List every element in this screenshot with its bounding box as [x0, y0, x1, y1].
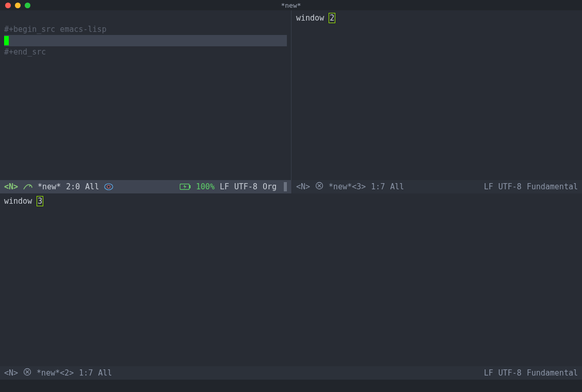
window-bottom[interactable]: window 3 [0, 193, 582, 366]
inactive-cursor: 3 [37, 196, 43, 206]
modeline-top-right[interactable]: <N> *new*<3> 1:7 All LF UTF-8 Fundamenta… [292, 180, 582, 193]
save-indicator-icon [23, 368, 31, 378]
scroll-percent: All [85, 182, 99, 191]
traffic-lights [5, 3, 30, 8]
encoding-indicator[interactable]: UTF-8 [234, 182, 258, 191]
close-window-button[interactable] [5, 3, 11, 8]
window-divider-vertical[interactable] [291, 10, 292, 193]
inactive-cursor: 2 [329, 13, 335, 23]
save-indicator-icon [315, 182, 323, 192]
point-cursor [4, 36, 9, 45]
encoding-indicator[interactable]: UTF-8 [499, 182, 522, 191]
cursor-position: 1:7 [371, 182, 385, 191]
battery-percent: 100% [196, 182, 215, 191]
cursor-position: 1:7 [79, 368, 93, 378]
major-mode[interactable]: Org [263, 182, 277, 191]
minibuffer[interactable] [0, 380, 582, 392]
modified-indicator-icon [23, 183, 32, 190]
current-line-highlight [4, 35, 287, 46]
buffer-line: window [296, 13, 329, 23]
buffer-name[interactable]: *new*<3> [329, 182, 366, 191]
major-mode[interactable]: Fundamental [527, 182, 578, 191]
buffer-text[interactable]: window 2 [292, 10, 582, 180]
scroll-percent: All [98, 368, 112, 378]
buffer-line: window [4, 197, 37, 206]
evil-state-indicator: <N> [4, 368, 18, 378]
eol-indicator[interactable]: LF [484, 182, 493, 191]
eol-indicator[interactable]: LF [484, 368, 493, 378]
window-number-indicator [284, 182, 287, 191]
org-begin-src: #+begin_src emacs-lisp [4, 25, 107, 34]
svg-rect-3 [190, 185, 191, 188]
editor-area: #+begin_src emacs-lisp #+end_src window … [0, 10, 582, 392]
eol-indicator[interactable]: LF [220, 182, 229, 191]
evil-state-indicator: <N> [296, 182, 310, 191]
cursor-position: 2:0 [66, 182, 80, 191]
window-title: *new* [0, 2, 582, 9]
buffer-name[interactable]: *new*<2> [37, 368, 74, 378]
modeline-top-left[interactable]: <N> *new* 2:0 All 100% LF UTF-8 Org [0, 180, 291, 193]
svg-point-1 [107, 185, 110, 188]
org-end-src: #+end_src [4, 47, 46, 57]
window-top-left[interactable]: #+begin_src emacs-lisp #+end_src [0, 10, 291, 180]
buffer-name[interactable]: *new* [38, 182, 61, 191]
battery-icon [180, 182, 191, 191]
buffer-text[interactable]: window 3 [0, 193, 582, 366]
buffer-text[interactable]: #+begin_src emacs-lisp #+end_src [0, 10, 291, 180]
minimize-window-button[interactable] [15, 3, 21, 8]
encoding-indicator[interactable]: UTF-8 [499, 368, 522, 378]
evil-state-indicator: <N> [4, 182, 18, 191]
zoom-window-button[interactable] [25, 3, 30, 8]
modeline-bottom[interactable]: <N> *new*<2> 1:7 All LF UTF-8 Fundamenta… [0, 366, 582, 380]
major-mode[interactable]: Fundamental [527, 368, 578, 378]
window-top-right[interactable]: window 2 [292, 10, 582, 180]
macos-titlebar: *new* [0, 0, 582, 10]
scroll-percent: All [390, 182, 404, 191]
checker-icon [104, 183, 113, 191]
